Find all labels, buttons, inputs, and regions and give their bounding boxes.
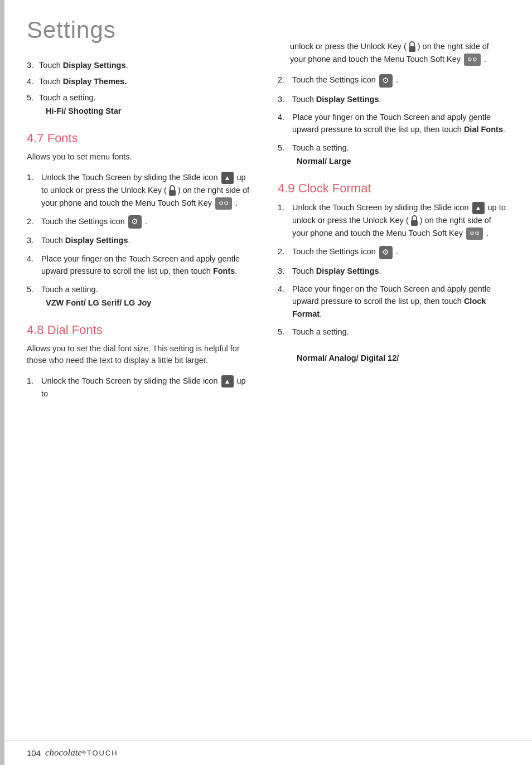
section-48-heading: 4.8 Dial Fonts	[27, 323, 250, 337]
footer-brand: chocolate® TOUCH	[45, 747, 118, 758]
step-content: Place your finger on the Touch Screen an…	[292, 283, 506, 320]
section-47-heading: 4.7 Fonts	[27, 131, 250, 146]
step-content: Unlock the Touch Screen by sliding the S…	[41, 375, 250, 400]
step-content: Touch a setting. VZW Font/ LG Serif/ LG …	[41, 283, 250, 309]
step-47-5: 5. Touch a setting. VZW Font/ LG Serif/ …	[27, 283, 250, 309]
step-number: 3.	[27, 59, 39, 72]
step-number: 4.	[278, 111, 290, 123]
step-content: Touch a setting. Normal/ Analog/ Digital…	[292, 326, 506, 364]
step-number: 4.	[27, 253, 39, 265]
step-48-3: 3. Touch Display Settings.	[278, 93, 506, 105]
step-49-4: 4. Place your finger on the Touch Screen…	[278, 283, 506, 320]
step-bold: Display Settings	[65, 236, 128, 245]
step-48-1: 1. Unlock the Touch Screen by sliding th…	[27, 375, 250, 400]
step-content: Touch the Settings icon .	[292, 74, 506, 87]
svg-rect-1	[409, 46, 415, 52]
accent-bar	[0, 0, 4, 765]
step-number: 2.	[278, 74, 290, 86]
step-bold: Clock Format	[292, 297, 486, 318]
settings-icon	[379, 74, 393, 88]
footer-page-number: 104	[27, 748, 41, 758]
step-number: 4.	[278, 283, 290, 295]
step-content: Touch Display Settings.	[41, 234, 250, 246]
step-content: Place your finger on the Touch Screen an…	[41, 253, 250, 278]
step-options: Normal/ Large	[292, 155, 506, 167]
step-number: 5.	[27, 91, 39, 104]
unlock-key-icon	[409, 215, 419, 227]
step-content: Touch Display Settings.	[292, 93, 506, 105]
unlock-key-icon	[407, 41, 417, 53]
intro-steps: 3. Touch Display Settings. 4. Touch Disp…	[27, 59, 250, 118]
step-number: 3.	[27, 234, 39, 246]
step-bold: Fonts	[213, 267, 235, 275]
step-49-1: 1. Unlock the Touch Screen by sliding th…	[278, 201, 506, 240]
intro-step-5: 5. Touch a setting. Hi-Fi/ Shooting Star	[27, 91, 250, 117]
intro-step-4: 4. Touch Display Themes.	[27, 75, 250, 88]
section-48-desc: Allows you to set the dial font size. Th…	[27, 343, 250, 367]
step-number: 1.	[27, 171, 39, 183]
step-options: Hi-Fi/ Shooting Star	[39, 106, 121, 115]
svg-rect-2	[411, 220, 418, 226]
step-options: Normal/ Analog/ Digital 12/	[292, 352, 506, 364]
step-number: 3.	[278, 93, 290, 105]
step-48-5: 5. Touch a setting. Normal/ Large	[278, 142, 506, 168]
unlock-key-icon	[167, 185, 177, 197]
step-49-5: 5. Touch a setting. Normal/ Analog/ Digi…	[278, 326, 506, 364]
intro-step-3: 3. Touch Display Settings.	[27, 59, 250, 72]
menu-softkey-icon	[466, 227, 483, 240]
step-49-2: 2. Touch the Settings icon .	[278, 245, 506, 259]
step-number: 2.	[27, 215, 39, 227]
step-47-3: 3. Touch Display Settings.	[27, 234, 250, 246]
step-47-1: 1. Unlock the Touch Screen by sliding th…	[27, 171, 250, 210]
section-47-steps: 1. Unlock the Touch Screen by sliding th…	[27, 171, 250, 309]
slide-icon	[221, 172, 234, 184]
menu-softkey-icon	[215, 197, 232, 210]
page: Settings 3. Touch Display Settings. 4. T…	[0, 0, 532, 765]
dial-fonts-continued-text: unlock or press the Unlock Key () on the…	[278, 40, 506, 66]
step-number: 2.	[278, 245, 290, 258]
step-content: Touch Display Themes.	[39, 75, 127, 88]
right-column: unlock or press the Unlock Key () on the…	[267, 17, 506, 723]
step-48-2: 2. Touch the Settings icon .	[278, 74, 506, 87]
step-number: 1.	[278, 201, 290, 214]
step-content: Touch a setting. Hi-Fi/ Shooting Star	[39, 91, 121, 117]
dial-fonts-continued: unlock or press the Unlock Key () on the…	[278, 40, 506, 66]
step-number: 5.	[278, 142, 290, 154]
section-49-heading: 4.9 Clock Format	[278, 181, 506, 196]
section-47-desc: Allows you to set menu fonts.	[27, 151, 250, 163]
step-bold: Display Settings	[63, 61, 126, 70]
menu-softkey-icon	[464, 54, 481, 66]
step-bold: Display Themes.	[63, 77, 127, 86]
step-47-4: 4. Place your finger on the Touch Screen…	[27, 253, 250, 278]
step-49-3: 3. Touch Display Settings.	[278, 265, 506, 277]
section-49-steps: 1. Unlock the Touch Screen by sliding th…	[278, 201, 506, 365]
step-content: Touch Display Settings.	[39, 59, 128, 72]
step-number: 4.	[27, 75, 39, 88]
content-wrapper: Settings 3. Touch Display Settings. 4. T…	[0, 0, 532, 740]
step-number: 3.	[278, 265, 290, 277]
step-number: 1.	[27, 375, 39, 387]
step-content: Touch a setting. Normal/ Large	[292, 142, 506, 168]
brand-name: chocolate	[45, 747, 82, 758]
footer: 104 chocolate® TOUCH	[0, 740, 532, 765]
settings-icon	[379, 246, 393, 259]
dial-fonts-steps: 2. Touch the Settings icon . 3. Touch Di…	[278, 74, 506, 168]
step-47-2: 2. Touch the Settings icon .	[27, 215, 250, 229]
slide-icon	[472, 202, 485, 214]
settings-icon	[128, 215, 142, 229]
step-content: Touch the Settings icon .	[41, 215, 250, 229]
brand-suffix: TOUCH	[87, 749, 118, 757]
step-bold: Dial Fonts	[464, 125, 503, 134]
step-content: Touch Display Settings.	[292, 265, 506, 277]
step-48-4: 4. Place your finger on the Touch Screen…	[278, 111, 506, 136]
slide-icon	[221, 375, 234, 388]
step-number: 5.	[278, 326, 290, 338]
page-title: Settings	[27, 17, 250, 43]
left-column: Settings 3. Touch Display Settings. 4. T…	[27, 17, 267, 723]
step-content: Unlock the Touch Screen by sliding the S…	[292, 201, 506, 240]
step-content: Touch the Settings icon .	[292, 245, 506, 259]
section-48-steps-partial: 1. Unlock the Touch Screen by sliding th…	[27, 375, 250, 400]
step-options: VZW Font/ LG Serif/ LG Joy	[41, 297, 250, 309]
step-content: Unlock the Touch Screen by sliding the S…	[41, 171, 250, 210]
step-number: 5.	[27, 283, 39, 296]
